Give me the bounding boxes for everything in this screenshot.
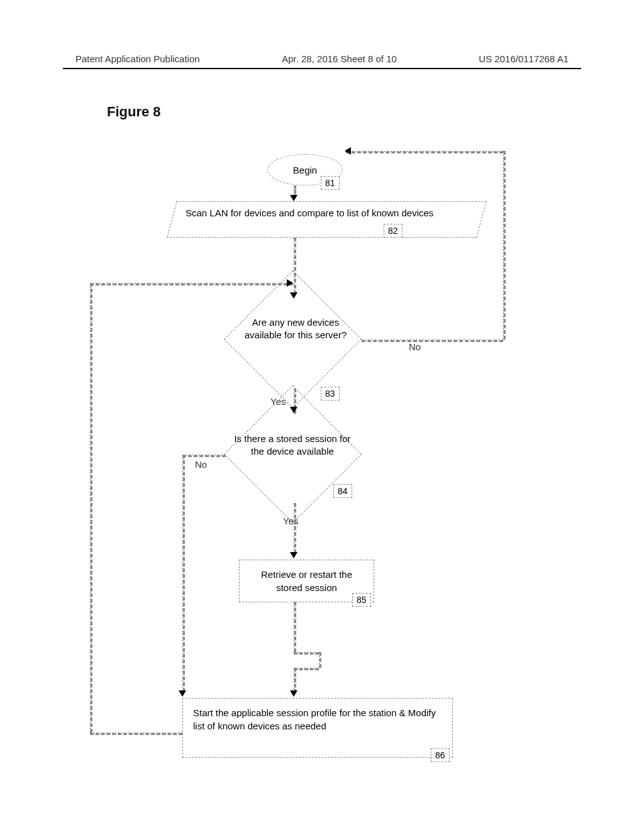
figure-title: Figure 8 <box>107 104 161 120</box>
retrieve-text: Retrieve or restart the stored session <box>261 569 352 593</box>
scan-text: Scan LAN for devices and compare to list… <box>186 206 450 219</box>
start-profile-text: Start the applicable session profile for… <box>193 707 436 731</box>
arrow-icon <box>290 690 297 697</box>
decision2-text: Is there a stored session for the device… <box>233 433 352 457</box>
connector-line <box>503 151 506 340</box>
header-separator <box>63 68 581 69</box>
arrow-icon <box>345 147 351 155</box>
header-center: Apr. 28, 2016 Sheet 8 of 10 <box>282 53 397 64</box>
header-right: US 2016/0117268 A1 <box>479 53 569 64</box>
ref-84: 84 <box>333 484 352 498</box>
no-label-1: No <box>409 341 421 352</box>
ref-81: 81 <box>321 176 340 190</box>
header-left: Patent Application Publication <box>75 53 200 64</box>
connector-line <box>182 455 185 692</box>
ref-83: 83 <box>321 387 340 401</box>
arrow-icon <box>290 195 297 201</box>
connector-line <box>294 652 319 655</box>
ref-82: 82 <box>384 224 402 238</box>
no-label-2: No <box>195 459 207 470</box>
connector-line <box>346 151 503 153</box>
ref-86: 86 <box>431 748 450 762</box>
arrow-icon <box>179 690 186 697</box>
start-profile-process: Start the applicable session profile for… <box>182 698 453 758</box>
connector-line <box>294 668 319 670</box>
flowchart-diagram: Begin 81 Scan LAN for devices and compar… <box>0 151 644 780</box>
connector-line <box>294 503 296 553</box>
connector-line <box>362 340 503 342</box>
ref-85: 85 <box>352 593 371 607</box>
connector-line <box>319 652 321 668</box>
decision1-text: Are any new devices available for this s… <box>239 316 352 341</box>
connector-line <box>294 668 296 693</box>
patent-header: Patent Application Publication Apr. 28, … <box>0 53 644 64</box>
connector-line <box>90 283 293 285</box>
begin-label: Begin <box>293 165 317 175</box>
connector-line <box>182 455 226 457</box>
connector-line <box>90 733 182 735</box>
connector-line <box>294 602 296 652</box>
connector-line <box>90 283 92 733</box>
arrow-icon <box>290 552 297 558</box>
